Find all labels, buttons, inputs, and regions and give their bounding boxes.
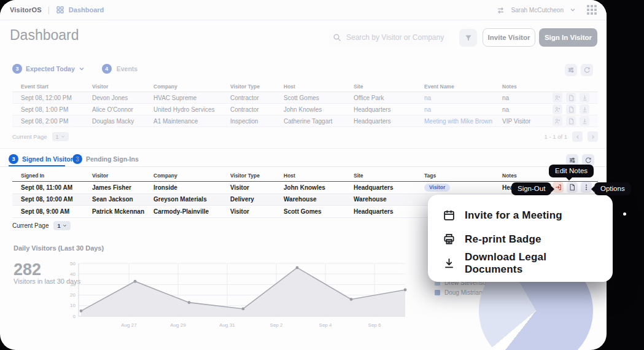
user-name[interactable]: Sarah McCutcheon [511, 7, 564, 14]
table-row[interactable]: Sept 08, 1:00 PM Alice O'Connor United H… [12, 104, 598, 115]
app-brand: VisitorOS [10, 6, 42, 14]
document-icon[interactable] [566, 104, 576, 114]
visitors-total: 282 [14, 260, 41, 279]
tab-expected-today[interactable]: Expected Today [26, 65, 75, 72]
svg-text:10: 10 [70, 303, 76, 308]
search-bar [329, 29, 449, 46]
signed-in-table-header: Signed In Visitor Company Visitor Type H… [12, 169, 598, 182]
calendar-icon [443, 209, 456, 222]
svg-text:20: 20 [70, 292, 76, 298]
menu-item-reprint-badge[interactable]: Re-print Badge [428, 227, 613, 251]
pagination-range: 1 - 1 of 1 [545, 133, 568, 140]
pending-count-badge: 3 [72, 154, 82, 164]
tabs-divider [0, 166, 607, 167]
table-row[interactable]: Sept 08, 12:00 PM Devon Jones HVAC Supre… [12, 92, 598, 104]
current-page-label: Current Page [12, 133, 47, 140]
column-settings-icon[interactable] [565, 64, 577, 76]
chevron-down-icon[interactable] [570, 7, 576, 13]
expected-count-badge: 3 [12, 64, 22, 74]
svg-text:30: 30 [70, 282, 76, 287]
download-icon[interactable] [580, 116, 589, 126]
top-nav-bar: VisitorOS | Dashboard Sarah McCutcheon [0, 0, 607, 20]
page-header: Dashboard Invite Visitor Sign In Visitor [0, 21, 607, 53]
edit-notes-document-icon[interactable] [567, 182, 578, 193]
sign-in-visitor-icon[interactable] [553, 93, 562, 103]
download-icon[interactable] [580, 93, 589, 103]
daily-visitors-section: Daily Visitors (Last 30 Days) 282 Visito… [0, 239, 417, 350]
tab-pending-sign-ins[interactable]: 3 Pending Sign-Ins [72, 152, 139, 166]
event-link[interactable]: na [424, 95, 502, 101]
sign-in-visitor-button[interactable]: Sign In Visitor [539, 28, 597, 47]
event-link[interactable]: na [424, 106, 502, 113]
svg-text:Sep 6: Sep 6 [368, 322, 381, 328]
table-row[interactable]: Sept 08, 11:00 AM James Fisher Ironside … [12, 182, 598, 194]
svg-text:Aug 27: Aug 27 [121, 322, 137, 328]
daily-visitors-chart: 01020304050Aug 27Aug 29Aug 31Sep 2Sep 4S… [61, 258, 413, 332]
filter-button[interactable] [459, 29, 477, 47]
edit-notes-tooltip: Edit Notes [549, 165, 594, 177]
refresh-icon[interactable] [581, 64, 593, 76]
printer-icon [443, 233, 456, 246]
menu-item-download-legal-documents[interactable]: Download Legal Documents [428, 251, 613, 275]
expected-today-section: 3 Expected Today 4 Events Event [0, 59, 607, 149]
app-window: VisitorOS | Dashboard Sarah McCutcheon [0, 0, 607, 350]
svg-text:Sep 2: Sep 2 [270, 322, 283, 328]
prev-page-button[interactable] [572, 131, 583, 142]
document-icon[interactable] [566, 116, 576, 126]
chevron-down-icon[interactable] [79, 66, 85, 72]
legend-swatch [435, 290, 440, 295]
download-icon[interactable] [580, 104, 589, 114]
page-select[interactable]: 1 [53, 221, 70, 230]
tab-signed-in-visitors[interactable]: 3 Signed In Visitors [9, 152, 77, 166]
page-select[interactable]: 1 [52, 132, 69, 141]
sign-in-visitor-icon[interactable] [553, 116, 562, 126]
divider: | [48, 6, 50, 14]
expected-table: Event Start Visitor Company Visitor Type… [12, 81, 598, 127]
svg-text:0: 0 [73, 314, 76, 319]
sign-in-visitor-icon[interactable] [553, 104, 562, 114]
chart-title: Daily Visitors (Last 30 Days) [14, 244, 104, 252]
swap-icon[interactable] [497, 6, 505, 14]
breadcrumb[interactable]: Dashboard [69, 6, 104, 14]
expected-table-header: Event Start Visitor Company Visitor Type… [12, 81, 598, 92]
search-icon [333, 33, 341, 42]
current-page-label: Current Page [12, 222, 48, 229]
svg-text:50: 50 [70, 261, 76, 266]
kebab-menu-icon[interactable] [581, 182, 592, 193]
download-icon [443, 257, 456, 270]
svg-text:Aug 31: Aug 31 [219, 322, 235, 328]
document-icon[interactable] [566, 93, 576, 103]
search-input[interactable] [346, 33, 444, 42]
row-options-menu: Invite for a Meeting Re-print Badge Down… [428, 195, 613, 282]
cursor-dot [623, 212, 626, 216]
table-row[interactable]: Sept 08, 2:00 PM Douglas Macky A1 Mainte… [12, 115, 598, 127]
apps-grid-icon[interactable] [587, 5, 597, 15]
events-count-badge: 4 [102, 64, 112, 74]
options-tooltip: Options [594, 182, 631, 195]
next-page-button[interactable] [588, 131, 598, 142]
svg-text:Aug 29: Aug 29 [170, 322, 186, 328]
sign-out-tooltip: Sign-Out [511, 182, 551, 195]
dashboard-grid-icon[interactable] [56, 6, 64, 14]
menu-item-invite-for-meeting[interactable]: Invite for a Meeting [428, 203, 613, 227]
signed-in-count-badge: 3 [9, 154, 18, 164]
svg-text:Sep 4: Sep 4 [319, 322, 332, 328]
svg-text:40: 40 [70, 271, 76, 277]
visitor-tag: Visitor [424, 184, 450, 192]
tab-events[interactable]: Events [117, 65, 138, 72]
invite-visitor-button[interactable]: Invite Visitor [483, 28, 535, 47]
page-title: Dashboard [10, 27, 79, 44]
event-link[interactable]: Meeting with Mike Brown [424, 118, 502, 125]
